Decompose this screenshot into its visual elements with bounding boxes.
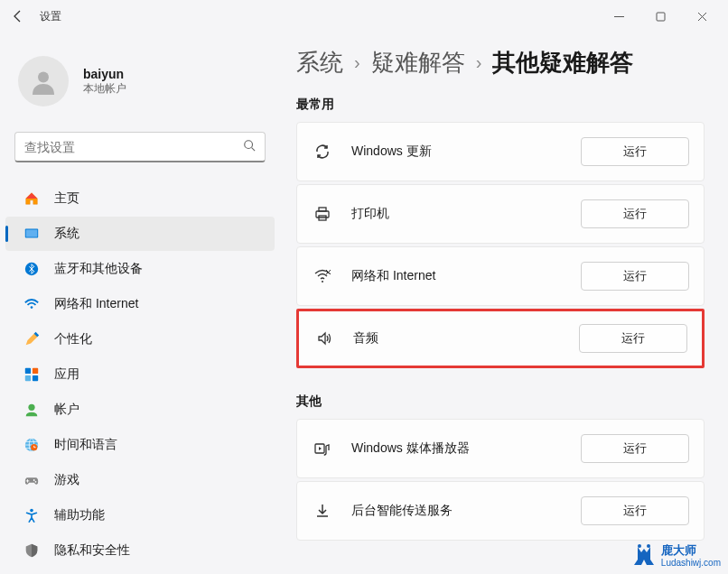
close-button[interactable]	[683, 4, 721, 29]
trouble-label: 后台智能传送服务	[351, 503, 581, 519]
system-icon	[23, 226, 40, 242]
minimize-button[interactable]	[600, 4, 638, 29]
bluetooth-icon	[23, 261, 40, 277]
svg-point-11	[28, 404, 34, 411]
sidebar-item-label: 时间和语言	[54, 437, 117, 453]
trouble-label: 打印机	[351, 206, 581, 222]
search-input[interactable]	[24, 140, 243, 154]
trouble-list-frequent: Windows 更新 运行 打印机 运行 网络和 Internet 运行 音频 …	[296, 122, 705, 368]
search-box[interactable]	[14, 132, 266, 162]
trouble-label: Windows 更新	[351, 144, 581, 160]
svg-point-16	[35, 481, 37, 483]
svg-rect-7	[25, 368, 31, 374]
sidebar-item-accessibility[interactable]: 辅助功能	[5, 498, 275, 532]
watermark: 鹿大师 Ludashiwj.com	[630, 543, 721, 569]
sidebar-item-accounts[interactable]: 帐户	[5, 393, 275, 427]
trouble-item-audio: 音频 运行	[296, 309, 705, 368]
sidebar-item-label: 游戏	[54, 472, 79, 488]
svg-rect-8	[33, 368, 38, 374]
sidebar-item-privacy[interactable]: 隐私和安全性	[5, 533, 275, 568]
sidebar-item-label: 应用	[54, 366, 79, 383]
sidebar-item-label: 隐私和安全性	[54, 542, 130, 559]
section-title-other: 其他	[296, 393, 705, 410]
svg-rect-9	[25, 375, 31, 381]
watermark-url: Ludashiwj.com	[661, 558, 721, 568]
wifi-icon	[23, 296, 40, 312]
sidebar-item-gaming[interactable]: 游戏	[5, 463, 275, 497]
printer-icon	[312, 203, 333, 225]
profile-section[interactable]: baiyun 本地帐户	[0, 47, 280, 125]
svg-point-21	[322, 281, 323, 282]
trouble-list-other: Windows 媒体播放器 运行 后台智能传送服务 运行	[296, 419, 705, 541]
gaming-icon	[23, 472, 40, 488]
run-button[interactable]: 运行	[581, 262, 689, 291]
svg-point-15	[33, 479, 35, 481]
svg-rect-4	[26, 230, 38, 237]
nav-list: 主页 系统 蓝牙和其他设备 网络和 Internet 个性化 应用	[0, 177, 280, 572]
svg-point-24	[638, 544, 641, 548]
sidebar-item-network[interactable]: 网络和 Internet	[5, 287, 275, 321]
sidebar-item-label: 蓝牙和其他设备	[54, 261, 143, 277]
sidebar-item-label: 帐户	[54, 402, 79, 418]
time-icon	[23, 437, 40, 453]
sidebar-item-apps[interactable]: 应用	[5, 357, 275, 392]
maximize-button[interactable]	[641, 4, 679, 29]
section-title-frequent: 最常用	[296, 97, 705, 113]
svg-point-23	[324, 455, 325, 456]
svg-point-1	[38, 72, 49, 83]
avatar	[18, 56, 69, 106]
watermark-logo-icon	[630, 543, 658, 569]
sidebar-item-personalize[interactable]: 个性化	[5, 322, 275, 356]
svg-point-25	[647, 544, 650, 548]
sidebar-item-time[interactable]: 时间和语言	[5, 428, 275, 462]
svg-point-6	[31, 306, 33, 309]
svg-rect-19	[319, 208, 326, 211]
svg-point-17	[30, 509, 33, 513]
run-button[interactable]: 运行	[581, 137, 689, 166]
sidebar-item-home[interactable]: 主页	[5, 181, 275, 216]
sidebar-item-bluetooth[interactable]: 蓝牙和其他设备	[5, 252, 275, 286]
sidebar-item-label: 个性化	[54, 331, 92, 347]
home-icon	[23, 190, 40, 207]
chevron-right-icon: ›	[476, 52, 482, 73]
sidebar: baiyun 本地帐户 主页 系统 蓝牙和其他设备	[0, 32, 280, 574]
apps-icon	[23, 366, 40, 383]
back-button[interactable]	[7, 5, 29, 27]
svg-rect-0	[657, 13, 665, 21]
breadcrumb-system[interactable]: 系统	[296, 47, 343, 79]
trouble-label: 音频	[353, 330, 579, 347]
download-icon	[312, 500, 333, 522]
breadcrumb-troubleshoot[interactable]: 疑难解答	[371, 47, 465, 79]
trouble-label: Windows 媒体播放器	[351, 440, 581, 457]
sidebar-item-label: 主页	[54, 190, 79, 207]
breadcrumb: 系统 › 疑难解答 › 其他疑难解答	[296, 47, 705, 79]
run-button[interactable]: 运行	[581, 496, 689, 525]
media-icon	[312, 438, 333, 459]
breadcrumb-current: 其他疑难解答	[492, 47, 633, 79]
sidebar-item-system[interactable]: 系统	[5, 217, 275, 251]
trouble-item-network: 网络和 Internet 运行	[296, 246, 705, 306]
search-icon	[243, 139, 256, 155]
personalize-icon	[23, 331, 40, 347]
refresh-icon	[312, 141, 333, 162]
trouble-label: 网络和 Internet	[351, 268, 581, 284]
svg-rect-10	[33, 375, 38, 381]
watermark-brand: 鹿大师	[661, 544, 721, 557]
run-button[interactable]: 运行	[581, 434, 689, 463]
trouble-item-windows-update: Windows 更新 运行	[296, 122, 705, 181]
svg-point-2	[245, 140, 253, 148]
accessibility-icon	[23, 507, 40, 523]
svg-rect-18	[316, 211, 329, 218]
trouble-item-media-player: Windows 媒体播放器 运行	[296, 419, 705, 478]
privacy-icon	[23, 542, 40, 559]
accounts-icon	[23, 402, 40, 418]
run-button[interactable]: 运行	[581, 199, 689, 228]
trouble-item-printer: 打印机 运行	[296, 184, 705, 244]
sidebar-item-label: 辅助功能	[54, 507, 105, 523]
run-button[interactable]: 运行	[579, 324, 687, 353]
sidebar-item-label: 网络和 Internet	[54, 296, 138, 312]
sidebar-item-label: 系统	[54, 226, 79, 242]
audio-icon	[313, 328, 335, 349]
content: 系统 › 疑难解答 › 其他疑难解答 最常用 Windows 更新 运行 打印机…	[280, 32, 728, 574]
trouble-item-bits: 后台智能传送服务 运行	[296, 481, 705, 541]
